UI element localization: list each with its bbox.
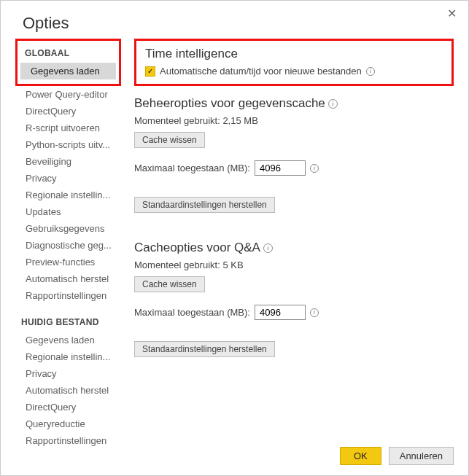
sidebar-item-regionale[interactable]: Regionale instellin...: [15, 187, 121, 203]
sidebar: GLOBAAL Gegevens laden Power Query-edito…: [15, 39, 121, 449]
ok-button[interactable]: OK: [340, 447, 381, 465]
checkbox-auto-date-time-label: Automatische datum/tijd voor nieuwe best…: [160, 66, 362, 77]
heading-qa-cache: Cacheopties voor Q&A: [134, 241, 260, 255]
sidebar-item-python-scripts[interactable]: Python-scripts uitv...: [15, 136, 121, 153]
heading-data-cache: Beheeropties voor gegevenscache: [134, 96, 325, 111]
close-icon[interactable]: ✕: [443, 5, 461, 22]
cancel-button[interactable]: Annuleren: [389, 447, 454, 465]
sidebar-item-cf-automatisch-herstel[interactable]: Automatisch herstel: [15, 382, 121, 399]
sidebar-item-gebruiksgegevens[interactable]: Gebruiksgegevens: [15, 220, 121, 237]
section-header-current-file: HUIDIG BESTAND: [15, 304, 121, 332]
main-panel: Time intelligence ✓ Automatische datum/t…: [121, 39, 468, 449]
sidebar-item-beveiliging[interactable]: Beveiliging: [15, 153, 121, 170]
data-cache-max-label: Maximaal toegestaan (MB):: [134, 163, 250, 173]
info-icon[interactable]: i: [366, 67, 375, 76]
sidebar-item-automatisch-herstel[interactable]: Automatisch herstel: [15, 270, 121, 287]
sidebar-item-rapportinstellingen[interactable]: Rapportinstellingen: [15, 287, 121, 304]
sidebar-item-cf-rapportinstellingen[interactable]: Rapportinstellingen: [15, 432, 121, 449]
sidebar-item-preview-functies[interactable]: Preview-functies: [15, 254, 121, 270]
sidebar-item-cf-queryreductie[interactable]: Queryreductie: [15, 415, 121, 432]
global-section-highlight: GLOBAAL Gegevens laden: [15, 39, 121, 86]
qa-cache-current-usage: Momenteel gebruikt: 5 KB: [134, 260, 454, 270]
info-icon[interactable]: i: [310, 164, 319, 173]
restore-defaults-data-cache-button[interactable]: Standaardinstellingen herstellen: [134, 197, 275, 213]
dialog-title: Opties: [1, 1, 468, 39]
qa-cache-max-input[interactable]: [255, 305, 306, 320]
data-cache-current-usage: Momenteel gebruikt: 2,15 MB: [134, 115, 454, 126]
sidebar-item-directquery[interactable]: DirectQuery: [15, 103, 121, 120]
sidebar-item-diagnostische[interactable]: Diagnostische geg...: [15, 237, 121, 254]
sidebar-item-updates[interactable]: Updates: [15, 203, 121, 220]
restore-defaults-qa-cache-button[interactable]: Standaardinstellingen herstellen: [134, 341, 275, 357]
qa-cache-max-label: Maximaal toegestaan (MB):: [134, 307, 250, 318]
sidebar-item-cf-gegevens-laden[interactable]: Gegevens laden: [15, 332, 121, 348]
sidebar-item-cf-regionale[interactable]: Regionale instellin...: [15, 348, 121, 365]
clear-qa-cache-button[interactable]: Cache wissen: [134, 276, 205, 292]
sidebar-item-r-script[interactable]: R-script uitvoeren: [15, 120, 121, 136]
sidebar-item-cf-directquery[interactable]: DirectQuery: [15, 399, 121, 415]
info-icon[interactable]: i: [263, 243, 273, 253]
data-cache-max-input[interactable]: [255, 160, 306, 176]
info-icon[interactable]: i: [328, 99, 338, 109]
heading-time-intelligence: Time intelligence: [145, 47, 444, 61]
clear-data-cache-button[interactable]: Cache wissen: [134, 132, 205, 148]
sidebar-item-gegevens-laden[interactable]: Gegevens laden: [20, 63, 116, 79]
section-header-global: GLOBAAL: [20, 45, 116, 63]
info-icon[interactable]: i: [310, 308, 319, 317]
time-intelligence-highlight: Time intelligence ✓ Automatische datum/t…: [134, 39, 454, 86]
checkbox-auto-date-time[interactable]: ✓: [145, 66, 155, 77]
sidebar-item-power-query-editor[interactable]: Power Query-editor: [15, 86, 121, 103]
sidebar-item-cf-privacy[interactable]: Privacy: [15, 365, 121, 382]
sidebar-item-privacy[interactable]: Privacy: [15, 170, 121, 187]
